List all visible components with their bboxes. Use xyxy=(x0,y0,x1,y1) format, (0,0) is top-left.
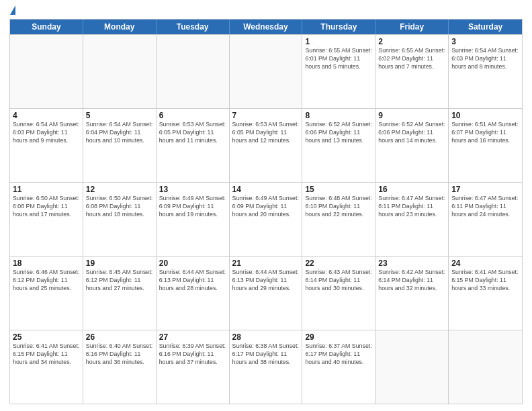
calendar-row-5: 25Sunrise: 6:41 AM Sunset: 6:15 PM Dayli… xyxy=(10,330,522,404)
day-cell-1: 1Sunrise: 6:55 AM Sunset: 6:01 PM Daylig… xyxy=(302,35,375,108)
day-info: Sunrise: 6:50 AM Sunset: 6:08 PM Dayligh… xyxy=(13,195,80,219)
day-cell-18: 18Sunrise: 6:46 AM Sunset: 6:12 PM Dayli… xyxy=(10,257,83,330)
day-cell-2: 2Sunrise: 6:55 AM Sunset: 6:02 PM Daylig… xyxy=(375,35,449,108)
day-cell-10: 10Sunrise: 6:51 AM Sunset: 6:07 PM Dayli… xyxy=(449,109,522,182)
day-number: 25 xyxy=(13,332,80,342)
day-cell-empty-0-1 xyxy=(83,35,157,108)
day-number: 19 xyxy=(86,259,153,268)
day-info: Sunrise: 6:37 AM Sunset: 6:17 PM Dayligh… xyxy=(305,342,372,367)
day-info: Sunrise: 6:54 AM Sunset: 6:04 PM Dayligh… xyxy=(86,121,153,145)
day-number: 9 xyxy=(378,111,445,120)
day-cell-15: 15Sunrise: 6:48 AM Sunset: 6:10 PM Dayli… xyxy=(302,183,375,256)
day-info: Sunrise: 6:52 AM Sunset: 6:06 PM Dayligh… xyxy=(305,121,372,145)
weekday-header-sunday: Sunday xyxy=(10,19,83,34)
day-number: 28 xyxy=(232,332,300,342)
day-info: Sunrise: 6:47 AM Sunset: 6:11 PM Dayligh… xyxy=(378,195,445,219)
day-cell-12: 12Sunrise: 6:50 AM Sunset: 6:08 PM Dayli… xyxy=(83,183,157,256)
day-cell-19: 19Sunrise: 6:45 AM Sunset: 6:12 PM Dayli… xyxy=(83,257,157,330)
day-number: 8 xyxy=(305,111,372,120)
day-cell-20: 20Sunrise: 6:44 AM Sunset: 6:13 PM Dayli… xyxy=(157,257,230,330)
calendar-header-row: SundayMondayTuesdayWednesdayThursdayFrid… xyxy=(10,19,522,34)
day-info: Sunrise: 6:41 AM Sunset: 6:15 PM Dayligh… xyxy=(451,269,519,293)
day-cell-empty-0-2 xyxy=(157,35,230,108)
day-info: Sunrise: 6:53 AM Sunset: 6:05 PM Dayligh… xyxy=(159,121,226,145)
day-number: 1 xyxy=(305,37,372,46)
calendar-row-1: 1Sunrise: 6:55 AM Sunset: 6:01 PM Daylig… xyxy=(10,34,522,108)
day-info: Sunrise: 6:52 AM Sunset: 6:06 PM Dayligh… xyxy=(378,121,445,145)
weekday-header-wednesday: Wednesday xyxy=(230,19,303,34)
day-info: Sunrise: 6:47 AM Sunset: 6:11 PM Dayligh… xyxy=(451,195,519,219)
day-info: Sunrise: 6:48 AM Sunset: 6:10 PM Dayligh… xyxy=(305,195,372,219)
day-cell-empty-4-6 xyxy=(449,330,522,404)
day-number: 23 xyxy=(378,259,445,268)
day-number: 2 xyxy=(378,37,445,46)
day-cell-21: 21Sunrise: 6:44 AM Sunset: 6:13 PM Dayli… xyxy=(230,257,303,330)
day-cell-16: 16Sunrise: 6:47 AM Sunset: 6:11 PM Dayli… xyxy=(375,183,449,256)
day-info: Sunrise: 6:49 AM Sunset: 6:09 PM Dayligh… xyxy=(232,195,300,219)
day-cell-13: 13Sunrise: 6:49 AM Sunset: 6:09 PM Dayli… xyxy=(157,183,230,256)
day-number: 11 xyxy=(13,185,80,194)
calendar: SundayMondayTuesdayWednesdayThursdayFrid… xyxy=(9,19,523,404)
calendar-row-4: 18Sunrise: 6:46 AM Sunset: 6:12 PM Dayli… xyxy=(10,256,522,330)
day-number: 22 xyxy=(305,259,372,268)
day-cell-empty-0-3 xyxy=(230,35,303,108)
day-info: Sunrise: 6:55 AM Sunset: 6:02 PM Dayligh… xyxy=(378,47,445,71)
day-number: 18 xyxy=(13,259,80,268)
day-cell-26: 26Sunrise: 6:40 AM Sunset: 6:16 PM Dayli… xyxy=(83,330,157,404)
day-number: 17 xyxy=(451,185,519,194)
day-cell-empty-4-5 xyxy=(375,330,449,404)
day-number: 16 xyxy=(378,185,445,194)
day-number: 10 xyxy=(451,111,519,120)
day-cell-9: 9Sunrise: 6:52 AM Sunset: 6:06 PM Daylig… xyxy=(375,109,449,182)
calendar-body: 1Sunrise: 6:55 AM Sunset: 6:01 PM Daylig… xyxy=(10,34,522,404)
day-info: Sunrise: 6:55 AM Sunset: 6:01 PM Dayligh… xyxy=(305,47,372,71)
day-info: Sunrise: 6:49 AM Sunset: 6:09 PM Dayligh… xyxy=(159,195,226,219)
day-number: 27 xyxy=(159,332,226,342)
day-cell-24: 24Sunrise: 6:41 AM Sunset: 6:15 PM Dayli… xyxy=(449,257,522,330)
day-cell-empty-0-0 xyxy=(10,35,83,108)
day-number: 26 xyxy=(86,332,153,342)
day-number: 24 xyxy=(451,259,519,268)
day-info: Sunrise: 6:42 AM Sunset: 6:14 PM Dayligh… xyxy=(378,269,445,293)
day-cell-17: 17Sunrise: 6:47 AM Sunset: 6:11 PM Dayli… xyxy=(449,183,522,256)
weekday-header-thursday: Thursday xyxy=(302,19,375,34)
logo xyxy=(9,7,15,15)
day-number: 20 xyxy=(159,259,226,268)
day-number: 13 xyxy=(159,185,226,194)
day-cell-5: 5Sunrise: 6:54 AM Sunset: 6:04 PM Daylig… xyxy=(83,109,157,182)
day-info: Sunrise: 6:38 AM Sunset: 6:17 PM Dayligh… xyxy=(232,342,300,367)
day-cell-29: 29Sunrise: 6:37 AM Sunset: 6:17 PM Dayli… xyxy=(302,330,375,404)
day-cell-27: 27Sunrise: 6:39 AM Sunset: 6:16 PM Dayli… xyxy=(157,330,230,404)
day-info: Sunrise: 6:46 AM Sunset: 6:12 PM Dayligh… xyxy=(13,269,80,293)
day-number: 14 xyxy=(232,185,300,194)
day-cell-7: 7Sunrise: 6:53 AM Sunset: 6:05 PM Daylig… xyxy=(230,109,303,182)
day-number: 29 xyxy=(305,332,372,342)
day-number: 4 xyxy=(13,111,80,120)
day-number: 5 xyxy=(86,111,153,120)
day-cell-8: 8Sunrise: 6:52 AM Sunset: 6:06 PM Daylig… xyxy=(302,109,375,182)
day-info: Sunrise: 6:39 AM Sunset: 6:16 PM Dayligh… xyxy=(159,342,226,367)
day-cell-4: 4Sunrise: 6:54 AM Sunset: 6:03 PM Daylig… xyxy=(10,109,83,182)
day-number: 12 xyxy=(86,185,153,194)
day-info: Sunrise: 6:50 AM Sunset: 6:08 PM Dayligh… xyxy=(86,195,153,219)
day-info: Sunrise: 6:44 AM Sunset: 6:13 PM Dayligh… xyxy=(159,269,226,293)
calendar-row-3: 11Sunrise: 6:50 AM Sunset: 6:08 PM Dayli… xyxy=(10,182,522,256)
day-info: Sunrise: 6:41 AM Sunset: 6:15 PM Dayligh… xyxy=(13,342,80,367)
day-number: 7 xyxy=(232,111,300,120)
calendar-row-2: 4Sunrise: 6:54 AM Sunset: 6:03 PM Daylig… xyxy=(10,108,522,182)
weekday-header-monday: Monday xyxy=(83,19,157,34)
day-info: Sunrise: 6:54 AM Sunset: 6:03 PM Dayligh… xyxy=(13,121,80,145)
day-info: Sunrise: 6:51 AM Sunset: 6:07 PM Dayligh… xyxy=(451,121,519,145)
day-cell-3: 3Sunrise: 6:54 AM Sunset: 6:03 PM Daylig… xyxy=(449,35,522,108)
day-info: Sunrise: 6:45 AM Sunset: 6:12 PM Dayligh… xyxy=(86,269,153,293)
weekday-header-saturday: Saturday xyxy=(449,19,522,34)
day-cell-11: 11Sunrise: 6:50 AM Sunset: 6:08 PM Dayli… xyxy=(10,183,83,256)
day-cell-22: 22Sunrise: 6:43 AM Sunset: 6:14 PM Dayli… xyxy=(302,257,375,330)
day-info: Sunrise: 6:43 AM Sunset: 6:14 PM Dayligh… xyxy=(305,269,372,293)
day-cell-25: 25Sunrise: 6:41 AM Sunset: 6:15 PM Dayli… xyxy=(10,330,83,404)
weekday-header-friday: Friday xyxy=(375,19,449,34)
page: SundayMondayTuesdayWednesdayThursdayFrid… xyxy=(0,0,532,411)
day-cell-6: 6Sunrise: 6:53 AM Sunset: 6:05 PM Daylig… xyxy=(157,109,230,182)
day-number: 3 xyxy=(451,37,519,46)
logo-triangle-icon xyxy=(10,5,15,15)
